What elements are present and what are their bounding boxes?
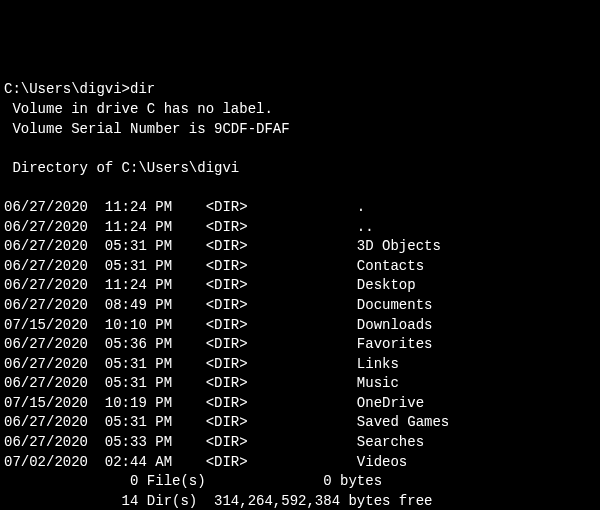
directory-header: Directory of C:\Users\digvi [4, 159, 596, 179]
directory-entry: 07/02/2020 02:44 AM <DIR> Videos [4, 453, 596, 473]
prompt: C:\Users\digvi> [4, 81, 130, 97]
blank-line [4, 139, 596, 159]
directory-entry: 06/27/2020 05:31 PM <DIR> 3D Objects [4, 237, 596, 257]
directory-entry: 06/27/2020 05:36 PM <DIR> Favorites [4, 335, 596, 355]
blank-line [4, 178, 596, 198]
directory-entry: 06/27/2020 05:31 PM <DIR> Music [4, 374, 596, 394]
directory-entry: 06/27/2020 11:24 PM <DIR> .. [4, 218, 596, 238]
directory-entry: 06/27/2020 05:31 PM <DIR> Contacts [4, 257, 596, 277]
directory-entry: 06/27/2020 05:31 PM <DIR> Links [4, 355, 596, 375]
directory-entry: 07/15/2020 10:19 PM <DIR> OneDrive [4, 394, 596, 414]
terminal-output[interactable]: C:\Users\digvi>dir Volume in drive C has… [4, 80, 596, 510]
directory-entry: 06/27/2020 11:24 PM <DIR> . [4, 198, 596, 218]
directory-entry: 07/15/2020 10:10 PM <DIR> Downloads [4, 316, 596, 336]
volume-info: Volume in drive C has no label. [4, 100, 596, 120]
command: dir [130, 81, 155, 97]
directory-listing: 06/27/2020 11:24 PM <DIR> .06/27/2020 11… [4, 198, 596, 472]
directory-entry: 06/27/2020 05:33 PM <DIR> Searches [4, 433, 596, 453]
serial-info: Volume Serial Number is 9CDF-DFAF [4, 120, 596, 140]
directory-entry: 06/27/2020 11:24 PM <DIR> Desktop [4, 276, 596, 296]
directory-entry: 06/27/2020 05:31 PM <DIR> Saved Games [4, 413, 596, 433]
directory-entry: 06/27/2020 08:49 PM <DIR> Documents [4, 296, 596, 316]
dirs-summary: 14 Dir(s) 314,264,592,384 bytes free [4, 492, 596, 510]
files-summary: 0 File(s) 0 bytes [4, 472, 596, 492]
